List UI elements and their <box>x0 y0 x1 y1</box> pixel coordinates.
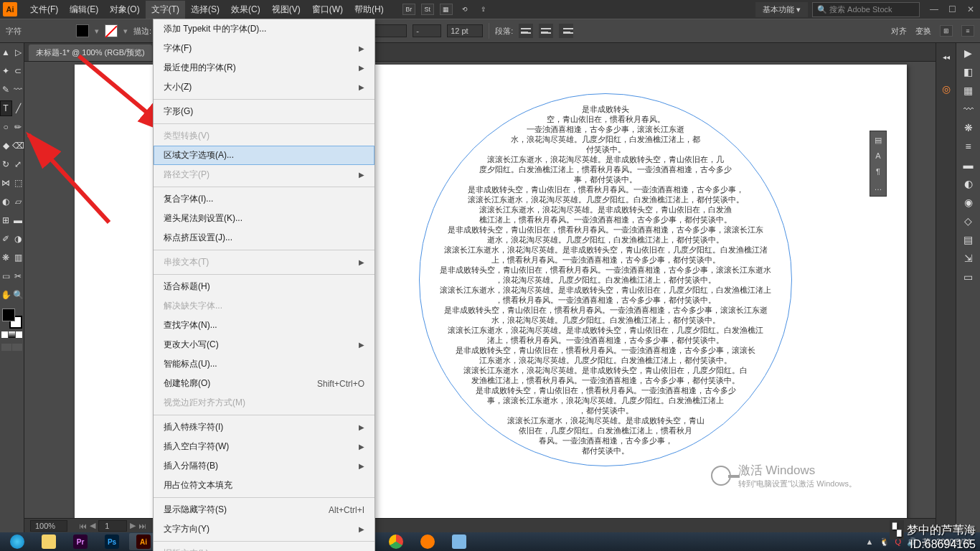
dd-create-outlines[interactable]: 创建轮廓(O)Shift+Ctrl+O <box>154 374 374 393</box>
dd-font[interactable]: 字体(F)▶ <box>154 39 374 58</box>
dd-orientation[interactable]: 文字方向(Y)▶ <box>154 519 374 539</box>
maximize-icon[interactable]: ☐ <box>948 4 958 14</box>
fill-swatch[interactable] <box>76 24 89 37</box>
dd-area-type-options[interactable]: 区域文字选项(A)... <box>154 146 374 165</box>
artboard-next-icon[interactable]: ▶ <box>130 521 136 530</box>
dd-recent-fonts[interactable]: 最近使用的字体(R)▶ <box>154 58 374 77</box>
scale-tool[interactable]: ⤢ <box>12 156 24 172</box>
dd-composite-fonts[interactable]: 复合字体(I)... <box>154 189 374 209</box>
screen-normal-icon[interactable] <box>1 344 11 351</box>
tray-qq-icon[interactable]: 🐧 <box>880 537 890 547</box>
menu-help[interactable]: 帮助(H) <box>349 1 390 19</box>
lasso-tool[interactable]: ⊂ <box>12 63 24 79</box>
shape-builder-tool[interactable]: ◐ <box>0 194 12 209</box>
dd-kinsoku[interactable]: 避头尾法则设置(K)... <box>154 209 374 228</box>
artboard-last-icon[interactable]: ⏭ <box>138 522 146 530</box>
dd-insert-special[interactable]: 插入特殊字符(I)▶ <box>154 418 374 437</box>
menu-effect[interactable]: 效果(C) <box>225 1 266 19</box>
dd-insert-break[interactable]: 插入分隔符(B)▶ <box>154 456 374 476</box>
font-size-input[interactable] <box>447 24 483 37</box>
gradient-panel-icon[interactable]: ▬ <box>958 156 979 174</box>
slice-tool[interactable]: ✂ <box>12 268 24 284</box>
transform-panel-label[interactable]: 变换 <box>915 26 931 37</box>
bridge-icon[interactable]: Br <box>402 4 415 15</box>
align-panel-label[interactable]: 对齐 <box>891 26 907 37</box>
dd-insert-whitespace[interactable]: 插入空白字符(W)▶ <box>154 437 374 456</box>
swatches-panel-icon[interactable]: ▦ <box>958 82 979 99</box>
eyedropper-tool[interactable]: ✐ <box>0 231 12 247</box>
zoom-input[interactable]: 100% <box>30 520 67 532</box>
minimize-icon[interactable]: — <box>930 4 940 14</box>
align-center-button[interactable] <box>539 24 553 38</box>
rotate-tool[interactable]: ↻ <box>0 156 12 172</box>
workspace-switcher[interactable]: 基本功能 ▾ <box>755 2 808 17</box>
symbol-spray-tool[interactable]: ❋ <box>0 250 12 265</box>
graph-tool[interactable]: ▥ <box>12 250 24 265</box>
fill-stroke-swatch[interactable] <box>2 309 22 329</box>
color-panel-icon[interactable]: ◧ <box>958 63 979 80</box>
artboard-first-icon[interactable]: ⏮ <box>79 522 87 530</box>
document-tab[interactable]: 未标题-1* @ 100% (RGB/预览) <box>29 44 152 61</box>
dd-mojikumi[interactable]: 标点挤压设置(J)... <box>154 228 374 248</box>
stroke-panel-icon[interactable]: ≡ <box>958 138 979 155</box>
asset-export-icon[interactable]: ⇲ <box>958 250 979 267</box>
magic-wand-tool[interactable]: ✦ <box>0 63 12 79</box>
dd-add-typekit[interactable]: 添加 Typekit 中的字体(D)... <box>154 19 374 39</box>
dd-size[interactable]: 大小(Z)▶ <box>154 77 374 97</box>
dd-smart-punct[interactable]: 智能标点(U)... <box>154 354 374 374</box>
curvature-tool[interactable]: 〰 <box>12 82 24 98</box>
selection-tool[interactable]: ▲ <box>0 44 12 60</box>
stock-icon[interactable]: St <box>421 4 434 15</box>
libraries-icon[interactable]: ◂◂ <box>936 50 956 63</box>
dd-glyphs[interactable]: 字形(G) <box>154 102 374 121</box>
blend-tool[interactable]: ◑ <box>12 231 24 247</box>
mesh-tool[interactable]: ⊞ <box>0 212 12 228</box>
dd-fit-headline[interactable]: 适合标题(H) <box>154 277 374 296</box>
menu-select[interactable]: 选择(S) <box>185 1 225 19</box>
cp-char-icon[interactable]: A <box>872 150 884 161</box>
graphic-styles-icon[interactable]: ◇ <box>958 212 979 230</box>
align-right-button[interactable] <box>559 24 573 38</box>
gradient-mode-icon[interactable] <box>9 331 15 338</box>
properties-icon[interactable]: ▶ <box>958 44 979 62</box>
menu-object[interactable]: 对象(O) <box>104 1 145 19</box>
pen-tool[interactable]: ✎ <box>0 82 12 98</box>
dd-change-case[interactable]: 更改大小写(C)▶ <box>154 335 374 354</box>
stroke-none-icon[interactable] <box>105 24 118 37</box>
artboard-prev-icon[interactable]: ◀ <box>90 521 95 530</box>
menu-file[interactable]: 文件(F) <box>24 1 64 19</box>
color-mode-icon[interactable] <box>1 331 8 338</box>
screen-full-icon[interactable] <box>12 344 22 351</box>
line-tool[interactable]: ╱ <box>12 100 24 116</box>
font-style-input[interactable] <box>413 24 441 37</box>
tb-browser[interactable] <box>3 533 32 550</box>
align-left-button[interactable] <box>519 24 533 38</box>
artboard-index-input[interactable]: 1 <box>98 520 127 532</box>
symbols-panel-icon[interactable]: ❋ <box>958 119 979 136</box>
ctrl-ext2-icon[interactable]: ≡ <box>961 25 974 37</box>
type-tool[interactable]: T <box>0 100 12 116</box>
menu-window[interactable]: 窗口(W) <box>306 1 349 19</box>
hand-tool[interactable]: ✋ <box>0 287 12 303</box>
tb-app-orange[interactable] <box>413 533 442 550</box>
eraser-tool[interactable]: ⌫ <box>12 138 24 154</box>
close-icon[interactable]: ✕ <box>967 4 977 14</box>
none-mode-icon[interactable] <box>16 331 22 338</box>
tb-photoshop[interactable]: Ps <box>98 533 126 550</box>
dd-fill-placeholder[interactable]: 用占位符文本填充 <box>154 476 374 495</box>
arrange-icon[interactable]: ▦ <box>440 4 453 15</box>
brushes-panel-icon[interactable]: 〰 <box>958 100 979 118</box>
transparency-panel-icon[interactable]: ◐ <box>958 175 979 192</box>
tb-premiere[interactable]: Pr <box>66 533 95 550</box>
appearance-panel-icon[interactable]: ◉ <box>958 194 979 211</box>
menu-view[interactable]: 视图(V) <box>266 1 306 19</box>
ellipse-tool[interactable]: ○ <box>0 119 12 135</box>
tb-chrome[interactable] <box>382 533 410 550</box>
menu-type[interactable]: 文字(T) <box>146 1 185 19</box>
shaper-tool[interactable]: ◆ <box>0 138 12 154</box>
cc-libraries-icon[interactable]: ◎ <box>936 80 956 98</box>
ctrl-ext1-icon[interactable]: ⊞ <box>940 25 953 37</box>
share-icon[interactable]: ⇪ <box>477 4 490 15</box>
cp-para-icon[interactable]: ¶ <box>872 166 884 177</box>
layers-panel-icon[interactable]: ▤ <box>958 231 979 248</box>
